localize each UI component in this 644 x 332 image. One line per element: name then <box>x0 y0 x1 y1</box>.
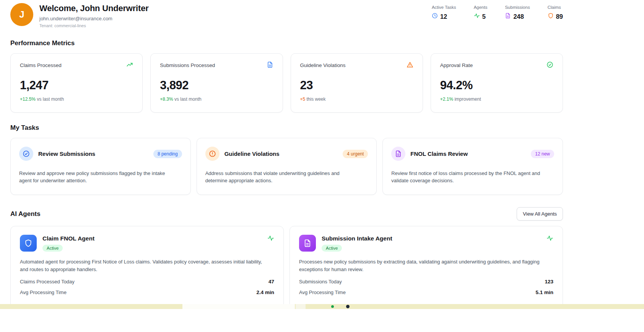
metric-value: 94.2% <box>440 79 553 92</box>
taskbar-segment <box>296 304 306 309</box>
task-card-review-submissions[interactable]: Review Submissions 8 pending Review and … <box>10 138 191 195</box>
metric-sub: +12.5% vs last month <box>20 96 133 102</box>
metric-value: 3,892 <box>160 79 273 92</box>
page-title: Welcome, John Underwriter <box>39 3 149 13</box>
stat-label: Claims <box>548 5 563 10</box>
agent-description: Automated agent for processing First Not… <box>20 258 274 273</box>
agent-stat-value: 123 <box>545 279 553 285</box>
bottom-region <box>0 304 644 332</box>
header-stats: Active Tasks 12 Agents 5 Submissions 248 <box>432 3 563 20</box>
ai-agents-header: AI Agents View All Agents <box>10 207 563 221</box>
metric-suffix: vs last month <box>36 96 64 102</box>
document-icon <box>505 13 511 20</box>
metric-label: Claims Processed <box>20 62 62 68</box>
task-description: Address submissions that violate underwr… <box>205 170 368 185</box>
clock-icon <box>432 13 438 20</box>
metric-suffix: this week <box>305 96 325 102</box>
green-dot-icon <box>331 305 334 308</box>
agent-status-badge: Active <box>42 245 63 252</box>
task-card-guideline-violations[interactable]: Guideline Violations 4 urgent Address su… <box>197 138 377 195</box>
metric-delta: +12.5% <box>20 96 36 102</box>
agent-stat-label: Avg Processing Time <box>299 289 346 295</box>
metric-label: Submissions Processed <box>160 62 215 68</box>
alert-circle-icon <box>205 147 220 161</box>
trend-up-icon <box>126 61 133 69</box>
agent-description: Processes new policy submissions by extr… <box>299 258 553 273</box>
task-title: Guideline Violations <box>224 150 280 157</box>
performance-metrics-heading: Performance Metrics <box>10 39 563 47</box>
task-description: Review and approve new policy submission… <box>19 170 182 185</box>
metric-label: Guideline Violations <box>300 62 346 68</box>
avatar-initial: J <box>19 9 24 20</box>
metric-label: Approval Rate <box>440 62 473 68</box>
agent-stat-row: Claims Processed Today 47 <box>20 279 274 285</box>
task-description: Review first notice of loss claims proce… <box>391 170 554 185</box>
metric-card-approval-rate: Approval Rate 94.2% +2.1% improvement <box>431 53 563 113</box>
user-text: Welcome, John Underwriter john.underwrit… <box>39 3 149 28</box>
metric-card-submissions-processed: Submissions Processed 3,892 +8.3% vs las… <box>150 53 283 113</box>
stat-label: Submissions <box>505 5 530 10</box>
agent-status-badge: Active <box>322 245 342 252</box>
taskbar[interactable] <box>0 304 644 309</box>
task-badge: 8 pending <box>153 150 182 158</box>
shield-icon <box>548 13 554 20</box>
avatar[interactable]: J <box>10 3 33 26</box>
shield-icon <box>20 235 37 252</box>
agent-title: Claim FNOL Agent <box>42 235 94 242</box>
metric-suffix: vs last month <box>173 96 202 102</box>
metric-value: 1,247 <box>20 79 133 92</box>
agent-stats: Submissions Today 123 Avg Processing Tim… <box>299 279 553 295</box>
agent-stat-label: Avg Processing Time <box>20 289 67 295</box>
performance-metrics-grid: Claims Processed 1,247 +12.5% vs last mo… <box>10 53 563 113</box>
document-icon <box>299 235 316 252</box>
user-email: john.underwriter@insurance.com <box>39 16 149 21</box>
agent-stat-row: Submissions Today 123 <box>299 279 553 285</box>
agent-stat-value: 2.4 min <box>256 289 274 295</box>
agent-stat-value: 47 <box>268 279 274 285</box>
agent-stat-row: Avg Processing Time 2.4 min <box>20 289 274 295</box>
metric-card-guideline-violations: Guideline Violations 23 +5 this week <box>291 53 423 113</box>
agent-card-claim-fnol[interactable]: Claim FNOL Agent Active Automated agent … <box>10 226 284 315</box>
stat-agents: Agents 5 <box>474 5 488 20</box>
agent-stat-value: 5.1 min <box>535 289 553 295</box>
task-title: FNOL Claims Review <box>410 150 468 157</box>
pulse-icon <box>546 235 553 243</box>
my-tasks-heading: My Tasks <box>10 124 563 132</box>
agents-grid: Claim FNOL Agent Active Automated agent … <box>10 226 563 315</box>
ai-agents-heading: AI Agents <box>10 210 41 218</box>
agent-stat-label: Claims Processed Today <box>20 279 75 285</box>
taskbar-window-segment <box>182 304 295 309</box>
metric-sub: +5 this week <box>300 96 413 102</box>
stat-value: 5 <box>482 13 486 20</box>
stat-claims: Claims 89 <box>548 5 563 20</box>
metric-delta: +8.3% <box>160 96 173 102</box>
dark-dot-icon <box>346 305 350 308</box>
view-all-agents-button[interactable]: View All Agents <box>517 207 563 221</box>
document-icon <box>391 147 405 161</box>
dashboard-page: J Welcome, John Underwriter john.underwr… <box>10 0 563 315</box>
user-info: J Welcome, John Underwriter john.underwr… <box>10 3 149 28</box>
task-badge: 12 new <box>531 150 554 158</box>
agent-stat-label: Submissions Today <box>299 279 342 285</box>
stat-label: Active Tasks <box>432 5 456 10</box>
metric-card-claims-processed: Claims Processed 1,247 +12.5% vs last mo… <box>10 53 143 113</box>
metric-suffix: improvement <box>453 96 481 102</box>
task-title: Review Submissions <box>38 150 95 157</box>
tasks-grid: Review Submissions 8 pending Review and … <box>10 138 563 195</box>
stat-value: 89 <box>556 13 563 20</box>
pulse-icon <box>474 13 480 20</box>
stat-value: 248 <box>513 13 524 20</box>
task-card-fnol-claims-review[interactable]: FNOL Claims Review 12 new Review first n… <box>382 138 563 195</box>
metric-delta: +2.1% <box>440 96 453 102</box>
stat-active-tasks: Active Tasks 12 <box>432 5 456 20</box>
metric-delta: +5 <box>300 96 306 102</box>
metric-sub: +8.3% vs last month <box>160 96 273 102</box>
agent-title: Submission Intake Agent <box>322 235 392 242</box>
warning-icon <box>407 61 413 69</box>
tenant-label: Tenant: commercial-lines <box>39 23 149 28</box>
check-circle-icon <box>546 61 553 69</box>
stat-label: Agents <box>474 5 488 10</box>
agent-card-submission-intake[interactable]: Submission Intake Agent Active Processes… <box>289 226 563 315</box>
stat-submissions: Submissions 248 <box>505 5 530 20</box>
page-header: J Welcome, John Underwriter john.underwr… <box>10 3 563 28</box>
